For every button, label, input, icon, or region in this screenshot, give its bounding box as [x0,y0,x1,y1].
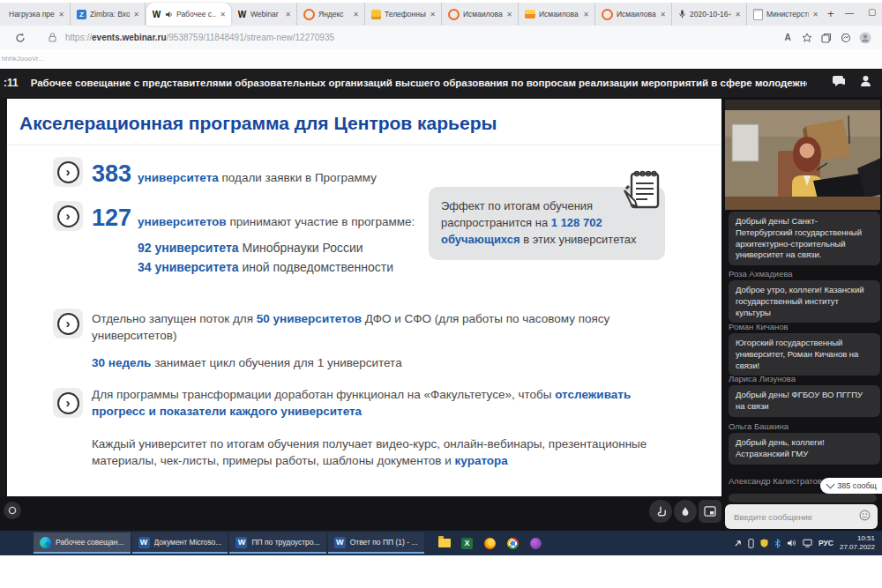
close-icon[interactable]: ✕ [58,11,64,19]
orange-ring-icon [448,9,460,20]
bluetooth-icon[interactable] [774,539,781,548]
tab-nagruzka[interactable]: Нагрузка преп ✕ [4,3,71,26]
arrow-bullet-icon: › [53,201,83,231]
collections-icon[interactable] [817,33,836,43]
chat-message-bubble-cut [729,494,877,502]
close-icon[interactable]: ✕ [430,11,436,19]
word-icon: W [138,537,150,548]
window-minimize-button[interactable]: — [845,8,854,18]
address-bar[interactable]: https://events.webinar.ru/9538759/118484… [65,33,334,42]
tab-recording[interactable]: 2020-10-16-m... ✕ [673,3,747,26]
close-icon[interactable]: ✕ [353,11,359,19]
url-path: /9538759/11848491/stream-new/12270935 [167,33,335,42]
divider [7,145,721,145]
participants-icon[interactable] [860,75,871,91]
slide-row-30-weeks: 30 недель занимает цикл обучения для 1 у… [92,354,621,371]
close-icon[interactable]: ✕ [812,11,818,19]
url-host: events.webinar.ru [92,33,166,42]
keyboard-language-indicator[interactable]: РУС [818,539,833,547]
profile-avatar-icon[interactable] [856,32,875,44]
excel-icon[interactable]: X [456,532,479,554]
window-maximize-button[interactable]: ▢ [868,7,876,17]
bottom-left-control-button[interactable] [4,502,21,519]
close-icon[interactable]: ✕ [285,11,291,19]
chat-toggle-icon[interactable] [832,75,846,91]
hand-pointer-button[interactable] [649,500,672,523]
file-explorer-icon[interactable] [433,532,456,554]
network-icon[interactable] [803,539,812,547]
chat-sender-name: Ольга Башкина [729,421,789,431]
chat-message-bubble: Добрый день! Санкт-Петербургский государ… [729,212,880,265]
tab-title: Исмаилова Со... [617,10,656,19]
emoji-smiley-icon[interactable] [859,509,871,525]
hidden-icons-arrow[interactable] [734,540,742,547]
slide-row-50: Отдельно запущен поток для 50 университе… [92,310,640,344]
chat-message-bubble: Югорский государственный университет, Ро… [729,333,880,376]
volume-icon[interactable] [787,539,796,547]
chrome-icon[interactable] [502,532,525,554]
close-icon[interactable]: ✕ [220,11,226,19]
arrow-bullet-icon: › [53,309,83,339]
close-icon[interactable]: ✕ [660,11,666,19]
browser-essentials-icon[interactable] [836,33,856,43]
word-icon: W [235,537,247,548]
picture-in-picture-button[interactable] [699,500,721,523]
image-icon [525,10,535,19]
taskbar-app-word-2[interactable]: W ПП по трудоустро... [229,532,325,554]
chat-sender-name: Роза Ахмадиева [729,269,793,279]
browser-toolbar: https://events.webinar.ru/9538759/118484… [0,26,882,50]
directory-icon [371,10,381,19]
tab-telefonny[interactable]: Телефонный с... ✕ [366,3,442,26]
webinar-main-area: Акселерационная программа для Центров ка… [0,97,882,531]
zimbra-icon: Z [77,10,86,19]
firefox-icon[interactable] [479,532,502,554]
tab-title: Рабочее с... [176,10,216,19]
slide-controls-strip [0,496,721,531]
chat-message-bubble: Добрый день! ФГБОУ ВО ПГГПУ на связи [729,385,880,417]
security-shield-icon[interactable] [760,539,768,547]
favorites-star-icon[interactable] [797,33,817,43]
lock-icon[interactable] [42,33,62,42]
slide-row-383: 383университета подали заявки в Программ… [92,162,462,186]
speaker-video-thumbnail[interactable] [725,100,880,210]
orange-ring-icon [602,9,613,20]
tab-ismailova-1[interactable]: Исмаилова Со... ✕ [443,3,519,26]
tab-rabochee-active[interactable]: W Рабочее с... ✕ [146,3,231,26]
clock-time: 10:51 [840,534,875,543]
close-icon[interactable]: ✕ [506,11,512,19]
tab-zimbra[interactable]: Z Zimbra: Входя... ✕ [71,3,146,26]
close-icon[interactable]: ✕ [583,11,589,19]
chat-sender-name: Лариса Лизунова [729,374,796,383]
close-icon[interactable]: ✕ [133,11,139,19]
bookmarks-row: hhhkJoooVr... [0,49,882,69]
tab-ministerstvo[interactable]: Министерство... ✕ [748,3,824,26]
new-messages-pill[interactable]: 385 сообщ [820,478,882,494]
taskbar-app-word-3[interactable]: W Ответ по ПП (1) - ... [328,532,424,554]
slide-title: Акселерационная программа для Центров ка… [19,113,497,134]
microphone-icon [678,10,686,19]
chat-message-bubble: Доброе утро, коллеги! Казанский государс… [729,280,880,323]
laser-pointer-button[interactable] [674,500,697,523]
browser-tab-strip: Нагрузка преп ✕ Z Zimbra: Входя... ✕ W Р… [0,3,882,26]
taskbar-clock[interactable]: 10:51 27.07.2022 [840,534,875,553]
taskbar-app-edge-webinar[interactable]: Рабочее совещан... [34,532,131,554]
refresh-icon[interactable] [11,33,30,43]
tab-yandex[interactable]: Яндекс ✕ [298,3,365,26]
chat-input-container [725,504,878,529]
phone-link-icon[interactable] [748,539,754,548]
chat-sender-name: Александр Калистратов [729,476,822,486]
tab-title: Исмаилова Со... [463,10,503,19]
bookmark-item[interactable]: hhhkJoooVr... [2,55,44,63]
read-aloud-icon[interactable]: A [778,33,797,42]
taskbar-app-word-1[interactable]: W Документ Microso... [132,532,228,554]
chat-message-input[interactable] [732,511,854,523]
tab-ismailova-3[interactable]: Исмаилова Со... ✕ [596,3,672,26]
new-tab-button[interactable]: + [827,7,834,20]
close-icon[interactable]: ✕ [735,11,741,19]
purple-app-icon[interactable] [525,532,548,554]
tab-webinar[interactable]: W Webinar ✕ [232,3,297,26]
slide-sub-92: 92 университета Минобрнауки России [138,240,363,257]
tab-ismailova-2[interactable]: Исмаилова Со... ✕ [519,3,595,26]
windows-taskbar: Рабочее совещан... W Документ Microso...… [0,531,882,555]
chat-message-bubble: Добрый день, коллеги! Астраханский ГМУ [729,433,880,465]
